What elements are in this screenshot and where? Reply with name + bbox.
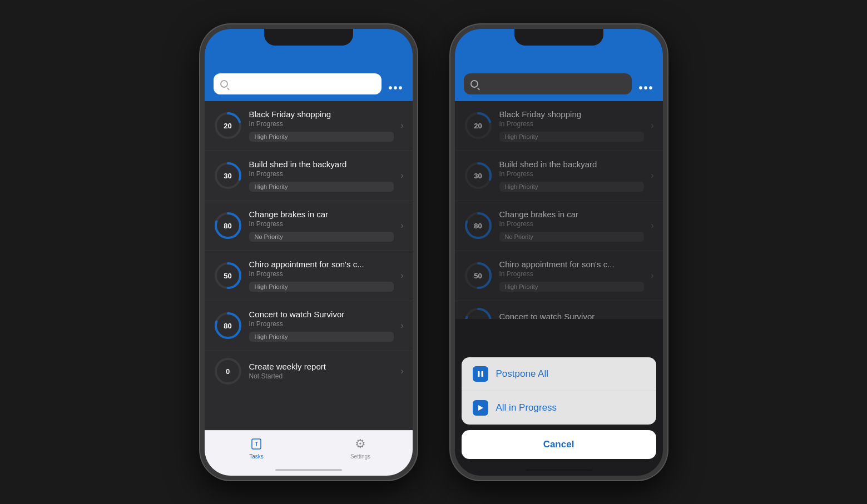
task-info-1-left: Black Friday shopping In Progress High P… <box>249 109 394 142</box>
task-info-2-right: Build shed in the backyard In Progress H… <box>499 159 645 192</box>
progress-circle-4-left: 50 <box>214 261 242 290</box>
task-status-4-left: In Progress <box>249 270 394 278</box>
task-status-3-right: In Progress <box>499 220 645 228</box>
priority-badge-4-right: High Priority <box>499 282 645 292</box>
priority-badge-3-right: No Priority <box>499 232 645 242</box>
progress-num-1-right: 20 <box>474 122 482 130</box>
task-info-1-right: Black Friday shopping In Progress High P… <box>499 109 645 142</box>
task-title-3-left: Change brakes in car <box>249 209 394 219</box>
progress-circle-2-left: 30 <box>214 161 242 190</box>
more-button-left[interactable]: ••• <box>388 82 403 94</box>
task-title-1-right: Black Friday shopping <box>499 109 645 119</box>
chevron-1-left: › <box>400 121 403 131</box>
chevron-6-left: › <box>400 366 403 376</box>
phone-right-frame: ••• 20 Black Friday shopping In Progress… <box>450 24 667 480</box>
progress-num-4-left: 50 <box>224 272 231 280</box>
all-in-progress-label: All in Progress <box>496 402 557 413</box>
more-button-right[interactable]: ••• <box>638 82 653 94</box>
task-info-4-left: Chiro appointment for son's c... In Prog… <box>249 260 394 292</box>
task-status-5-left: In Progress <box>249 320 394 328</box>
task-status-6-left: Not Started <box>249 372 394 380</box>
task-status-3-left: In Progress <box>249 220 394 228</box>
chevron-1-right: › <box>651 121 653 131</box>
pause-icon <box>473 366 488 382</box>
priority-badge-1-right: High Priority <box>499 132 645 142</box>
chevron-5-left: › <box>400 321 403 331</box>
priority-badge-3-left: No Priority <box>249 232 394 242</box>
postpone-all-label: Postpone All <box>496 368 549 380</box>
task-status-1-left: In Progress <box>249 120 394 128</box>
svg-marker-25 <box>478 405 483 411</box>
progress-num-5-left: 80 <box>224 322 231 330</box>
task-item-3-right: 80 Change brakes in car In Progress No P… <box>455 201 663 251</box>
search-bar-left[interactable] <box>214 73 382 94</box>
task-item-2-left[interactable]: 30 Build shed in the backyard In Progres… <box>205 151 413 201</box>
progress-num-4-right: 50 <box>474 272 482 280</box>
chevron-4-right: › <box>651 271 653 281</box>
task-title-4-left: Chiro appointment for son's c... <box>249 260 394 269</box>
progress-num-3-right: 80 <box>474 222 482 230</box>
chevron-4-left: › <box>400 271 403 281</box>
task-item-4-right: 50 Chiro appointment for son's c... In P… <box>455 251 663 301</box>
task-item-4-left[interactable]: 50 Chiro appointment for son's c... In P… <box>205 251 413 301</box>
progress-num-2-right: 30 <box>474 172 482 180</box>
task-info-4-right: Chiro appointment for son's c... In Prog… <box>499 260 645 292</box>
tab-settings-left[interactable]: ⚙ Settings <box>309 436 413 460</box>
task-item-5-left[interactable]: 80 Concert to watch Survivor In Progress… <box>205 301 413 351</box>
task-item-1-left[interactable]: 20 Black Friday shopping In Progress Hig… <box>205 101 413 151</box>
search-icon-left <box>220 80 228 88</box>
task-title-6-left: Create weekly report <box>249 362 394 371</box>
home-indicator-left <box>275 469 342 471</box>
task-status-2-left: In Progress <box>249 170 394 178</box>
postpone-all-button[interactable]: Postpone All <box>462 357 656 391</box>
task-title-2-left: Build shed in the backyard <box>249 159 394 169</box>
tab-tasks-label-left: Tasks <box>249 453 264 460</box>
all-in-progress-button[interactable]: All in Progress <box>462 391 656 425</box>
progress-num-1-left: 20 <box>224 122 231 130</box>
task-item-6-left[interactable]: 0 Create weekly report Not Started › <box>205 351 413 391</box>
phone-left: ••• 20 Black Friday shopping In Progress… <box>200 24 417 480</box>
priority-badge-2-left: High Priority <box>249 182 394 192</box>
priority-badge-5-left: High Priority <box>249 332 394 342</box>
task-title-2-right: Build shed in the backyard <box>499 159 645 169</box>
task-info-5-left: Concert to watch Survivor In Progress Hi… <box>249 310 394 342</box>
task-status-2-right: In Progress <box>499 170 645 178</box>
task-item-5-right: 80 Concert to watch Survivor In Progress… <box>455 301 663 319</box>
progress-num-2-left: 30 <box>224 172 231 180</box>
tasks-icon-left: T <box>249 436 264 452</box>
phone-left-frame: ••• 20 Black Friday shopping In Progress… <box>200 24 417 480</box>
task-info-6-left: Create weekly report Not Started <box>249 362 394 380</box>
task-info-5-right: Concert to watch Survivor In Progress <box>499 312 645 319</box>
cancel-button[interactable]: Cancel <box>462 430 656 459</box>
progress-circle-1-right: 20 <box>464 111 493 140</box>
progress-num-3-left: 80 <box>224 222 231 230</box>
task-title-1-left: Black Friday shopping <box>249 109 394 119</box>
tab-tasks-left[interactable]: T Tasks <box>205 436 309 460</box>
task-item-1-right: 20 Black Friday shopping In Progress Hig… <box>455 101 663 151</box>
progress-circle-5-right: 80 <box>464 307 493 319</box>
progress-num-5-right: 80 <box>474 317 482 319</box>
progress-circle-4-right: 50 <box>464 261 493 290</box>
chevron-2-left: › <box>400 171 403 181</box>
action-sheet: Postpone All All in Progress <box>455 357 663 476</box>
tab-settings-label-left: Settings <box>350 453 370 460</box>
notch-left <box>264 29 353 46</box>
task-title-5-right: Concert to watch Survivor <box>499 312 645 319</box>
action-sheet-group: Postpone All All in Progress <box>462 357 656 425</box>
chevron-3-right: › <box>651 221 653 231</box>
svg-rect-24 <box>481 371 483 377</box>
chevron-3-left: › <box>400 221 403 231</box>
progress-circle-3-right: 80 <box>464 211 493 240</box>
svg-rect-23 <box>478 371 480 377</box>
settings-icon-left: ⚙ <box>353 436 368 452</box>
progress-circle-5-left: 80 <box>214 311 242 340</box>
notch-right <box>514 29 603 46</box>
progress-circle-3-left: 80 <box>214 211 242 240</box>
priority-badge-2-right: High Priority <box>499 182 645 192</box>
search-bar-right[interactable] <box>464 73 632 94</box>
task-list-right: 20 Black Friday shopping In Progress Hig… <box>455 101 663 319</box>
chevron-5-right: › <box>651 316 653 319</box>
action-sheet-cancel-group: Cancel <box>462 430 656 459</box>
task-item-3-left[interactable]: 80 Change brakes in car In Progress No P… <box>205 201 413 251</box>
task-info-3-left: Change brakes in car In Progress No Prio… <box>249 209 394 242</box>
